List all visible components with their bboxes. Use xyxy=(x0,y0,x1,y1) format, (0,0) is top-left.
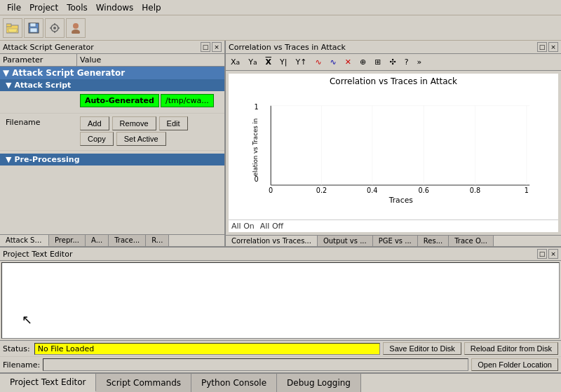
filename-input[interactable] xyxy=(43,358,468,371)
open-folder-button[interactable]: Open Folder Location xyxy=(471,358,558,371)
bottom-tab-project-text-editor[interactable]: Project Text Editor xyxy=(0,374,96,392)
section-label: Attack Script Generator xyxy=(12,68,125,78)
filename-label: Filename xyxy=(3,116,80,127)
plot-crosshair-btn[interactable]: ⊕ xyxy=(356,55,370,69)
plot-svg: 1 0 0 0.2 0.4 0.6 0.8 1 Traces xyxy=(250,89,537,205)
status-bar: Status: No File Loaded Save Editor to Di… xyxy=(0,340,561,356)
plot-x-red-btn[interactable]: ✕ xyxy=(342,55,355,69)
plot-move-btn[interactable]: ✣ xyxy=(386,55,399,69)
script-autogen[interactable]: Auto-Generated xyxy=(80,94,159,107)
tab-trace[interactable]: Trace... xyxy=(109,235,146,246)
x-tick-06: 0.6 xyxy=(418,187,428,194)
filename-row: Filename Add Remove Edit Copy Set Active xyxy=(0,114,224,151)
edit-button[interactable]: Edit xyxy=(159,116,188,130)
filename-value: Add Remove Edit Copy Set Active xyxy=(80,116,222,147)
mouse-cursor-indicator: ↖ xyxy=(22,313,32,326)
left-panel-float[interactable]: □ xyxy=(201,42,210,52)
subsection-toggle[interactable]: ▼ xyxy=(6,81,11,90)
all-on-toggle[interactable]: All On xyxy=(231,222,255,231)
editor-area[interactable]: ↖ xyxy=(1,262,560,339)
menu-file[interactable]: File xyxy=(3,1,25,14)
svg-point-7 xyxy=(53,27,56,29)
param-col-header: Parameter xyxy=(0,54,77,66)
plot-canvas: 1 0 0 0.2 0.4 0.6 0.8 1 Traces xyxy=(229,86,558,219)
bottom-panel-titlebar: Project Text Editor □ × xyxy=(0,248,561,261)
all-off-toggle[interactable]: All Off xyxy=(260,222,283,231)
param-header: Parameter Value xyxy=(0,54,224,67)
section-toggle[interactable]: ▼ xyxy=(3,68,9,78)
open-folder-icon[interactable] xyxy=(3,18,22,38)
menu-tools[interactable]: Tools xyxy=(62,1,92,14)
tab-prepr[interactable]: Prepr... xyxy=(49,235,86,246)
save-editor-button[interactable]: Save Editor to Disk xyxy=(383,342,461,355)
chart-tab-output[interactable]: Output vs ... xyxy=(318,236,373,246)
plot-toggles: All On All Off xyxy=(229,219,558,232)
plot-yl-btn[interactable]: Y| xyxy=(276,55,290,69)
subsection-preproc[interactable]: ▼ Pre-Processing xyxy=(0,154,224,165)
bottom-panel-float[interactable]: □ xyxy=(537,249,547,259)
svg-rect-1 xyxy=(6,24,11,27)
right-panel-close[interactable]: × xyxy=(548,42,558,52)
plot-area: Correlation vs Traces in Attack 1 0 0 0.… xyxy=(229,74,558,232)
menu-help[interactable]: Help xyxy=(137,1,165,14)
subsection-label: Attack Script xyxy=(14,81,71,90)
section-attack-script-generator[interactable]: ▼ Attack Script Generator xyxy=(0,67,224,79)
plot-more-btn[interactable]: » xyxy=(414,55,426,69)
user-icon[interactable] xyxy=(66,18,86,38)
remove-button[interactable]: Remove xyxy=(112,116,156,130)
bottom-panel: Project Text Editor □ × ↖ Status: No Fil… xyxy=(0,248,561,372)
copy-button[interactable]: Copy xyxy=(80,132,114,146)
chart-tab-res[interactable]: Res... xyxy=(418,236,449,246)
left-panel-close[interactable]: × xyxy=(212,42,222,52)
x-tick-1: 1 xyxy=(525,187,529,194)
value-col-header: Value xyxy=(77,54,104,66)
status-value: No File Loaded xyxy=(34,343,381,355)
plot-toolbar: Xa Ya X Y| Y↑ ∿ ∿ ✕ ⊕ ⊞ ✣ ? » xyxy=(226,54,561,71)
menu-project[interactable]: Project xyxy=(25,1,62,14)
set-active-button[interactable]: Set Active xyxy=(116,132,166,146)
right-panel-controls: □ × xyxy=(537,42,558,52)
plot-ya-btn[interactable]: Ya xyxy=(245,55,260,69)
reload-editor-button[interactable]: Reload Editor from Disk xyxy=(464,342,558,355)
svg-point-13 xyxy=(72,29,80,34)
script-row: Auto-Generated /tmp/cwa... xyxy=(0,91,224,114)
bottom-tab-python-console[interactable]: Python Console xyxy=(191,374,277,392)
bottom-tabs: Project Text Editor Script Commands Pyth… xyxy=(0,372,561,392)
tab-attack-script-gen[interactable]: Attack Script G... xyxy=(0,235,49,246)
svg-rect-5 xyxy=(30,28,37,32)
left-panel-tabs: Attack Script G... Prepr... A... Trace..… xyxy=(0,234,224,246)
plot-x-btn[interactable]: X xyxy=(262,55,275,69)
chart-tab-trace[interactable]: Trace O... xyxy=(449,236,494,246)
tab-r[interactable]: R... xyxy=(146,235,169,246)
plot-xa-btn[interactable]: Xa xyxy=(227,55,243,69)
left-panel-title: Attack Script Generator xyxy=(3,43,94,52)
script-path[interactable]: /tmp/cwa... xyxy=(161,94,214,107)
bottom-tab-script-commands[interactable]: Script Commands xyxy=(96,374,191,392)
subsection-attack-script[interactable]: ▼ Attack Script xyxy=(0,79,224,91)
x-tick-04: 0.4 xyxy=(367,187,377,194)
add-remove-edit-row: Add Remove Edit xyxy=(80,116,222,130)
right-panel-float[interactable]: □ xyxy=(537,42,547,52)
filename-bar: Filename: Open Folder Location xyxy=(0,356,561,372)
bottom-tab-debug-logging[interactable]: Debug Logging xyxy=(277,374,361,392)
plot-grid-btn[interactable]: ⊞ xyxy=(371,55,384,69)
menu-windows[interactable]: Windows xyxy=(92,1,138,14)
x-tick-02: 0.2 xyxy=(316,187,327,194)
chart-tab-correlation[interactable]: Correlation vs Traces... xyxy=(226,236,318,246)
plot-wave2-btn[interactable]: ∿ xyxy=(327,55,340,69)
plot-help-btn[interactable]: ? xyxy=(401,55,412,69)
tab-a[interactable]: A... xyxy=(86,235,109,246)
y-tick-1: 1 xyxy=(254,103,258,111)
settings-icon[interactable] xyxy=(45,18,65,38)
save-icon[interactable] xyxy=(24,18,43,38)
filename-label: Filename: xyxy=(3,360,40,370)
preproc-toggle[interactable]: ▼ xyxy=(6,155,11,164)
y-axis-label: elation vs Traces in xyxy=(252,119,259,177)
menubar: File Project Tools Windows Help xyxy=(0,0,561,15)
chart-tab-pge[interactable]: PGE vs ... xyxy=(373,236,418,246)
copy-setactive-row: Copy Set Active xyxy=(80,132,222,146)
plot-wave1-btn[interactable]: ∿ xyxy=(311,55,325,69)
plot-yu-btn[interactable]: Y↑ xyxy=(292,55,310,69)
add-button[interactable]: Add xyxy=(80,116,109,130)
bottom-panel-close[interactable]: × xyxy=(548,249,558,259)
